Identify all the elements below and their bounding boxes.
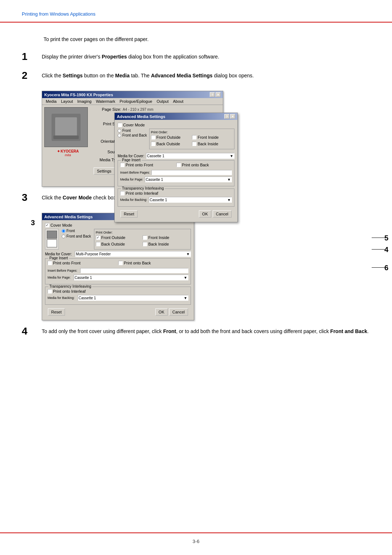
main-dialog-title: Kyocera Mita FS-1900 KX Properties: [44, 93, 113, 97]
dialog-tabs: Media Layout Imaging Watermark Prologue/…: [42, 98, 223, 105]
insert-before-input[interactable]: [151, 170, 232, 175]
front-only-radio[interactable]: [118, 129, 121, 133]
step3-dialog-footer: Reset OK Cancel: [45, 307, 191, 317]
tab-prologue[interactable]: Prologue/Epilogue: [118, 99, 155, 104]
media-backing-val: Cassette 1: [150, 198, 167, 202]
step3-front-back-radio[interactable]: [62, 235, 65, 238]
page-header: Printing from Windows Applications: [22, 11, 95, 17]
cover-back-page: [47, 231, 57, 239]
step3-back-inside-label: Back Inside: [148, 242, 169, 246]
print-front-row: Print onto Front: [120, 163, 176, 167]
step3-callout: 3: [31, 219, 35, 227]
tab-imaging[interactable]: Imaging: [75, 99, 94, 104]
step3-print-back-check[interactable]: [118, 261, 123, 265]
back-inside-check[interactable]: [192, 142, 196, 146]
step3-ok-cancel: OK Cancel: [155, 308, 188, 316]
media-cover-label: Media for Cover:: [118, 154, 144, 158]
side-number-5: 5: [384, 234, 388, 242]
adv-reset-button[interactable]: Reset: [121, 210, 138, 218]
step3-insert-before-row: Insert Before Pages:: [48, 268, 188, 273]
front-outside-row: Front Outside: [151, 135, 192, 139]
transparency-check-row: Print onto Interleaf: [120, 191, 232, 195]
step3-ok-button[interactable]: OK: [155, 308, 168, 316]
step3-cover-mode-label: Cover Mode: [50, 223, 72, 227]
insert-before-label: Insert Before Pages:: [120, 171, 150, 174]
step3-back-inside-check[interactable]: [143, 242, 147, 246]
step3-front-inside-check[interactable]: [143, 235, 147, 240]
front-inside-check[interactable]: [192, 135, 196, 139]
media-cover-select[interactable]: Cassette 1 ▼: [146, 153, 234, 159]
line-6: [372, 267, 385, 268]
cover-mode-checkbox[interactable]: [118, 123, 122, 127]
back-outside-check[interactable]: [151, 142, 155, 146]
step3-insert-before-input[interactable]: [80, 268, 188, 273]
step3-front-outside-label: Front Outside: [101, 235, 126, 240]
transparency-check[interactable]: [120, 191, 124, 195]
tab-about[interactable]: About: [171, 99, 185, 104]
step3-transparency-check[interactable]: [48, 289, 52, 293]
step3-front-radio[interactable]: [62, 229, 65, 233]
print-front-check[interactable]: [120, 163, 124, 167]
step3-insert-before-label: Insert Before Pages:: [48, 269, 77, 272]
print-front-label: Print onto Front: [126, 163, 153, 167]
tab-watermark[interactable]: Watermark: [94, 99, 117, 104]
step3-back-outside-check[interactable]: [96, 242, 100, 246]
print-back-label: Print onto Back: [182, 163, 209, 167]
step3-cover-mode-checkbox[interactable]: [45, 223, 49, 227]
step3-media-backing-arrow: ▼: [184, 296, 187, 300]
side-number-6: 6: [384, 264, 388, 272]
media-page-row: Media for Page: Cassette 1 ▼: [120, 177, 232, 182]
step3-reset-button[interactable]: Reset: [48, 308, 65, 316]
side-number-4: 4: [384, 246, 388, 254]
adv-cancel-button[interactable]: Cancel: [213, 210, 232, 218]
step-1-text: Display the printer driver's Properties …: [42, 53, 370, 61]
step3-media-page-select[interactable]: Cassette 1 ▼: [74, 275, 188, 280]
step3-media-cover-select[interactable]: Multi-Purpose Feeder ▼: [75, 251, 191, 257]
step3-media-page-val: Cassette 1: [75, 276, 92, 280]
settings-button[interactable]: Settings: [94, 167, 115, 175]
media-page-select[interactable]: Cassette 1 ▼: [145, 177, 232, 182]
media-page-val: Cassette 1: [146, 178, 163, 182]
step-2-number: 2: [22, 70, 42, 81]
front-only-option: Front: [118, 129, 147, 133]
step3-front-outside-check[interactable]: [96, 235, 100, 240]
print-back-row: Print onto Back: [176, 163, 232, 167]
media-page-label: Media for Page:: [120, 178, 143, 181]
step3-body: Cover Mode Front: [42, 220, 194, 320]
step3-media-cover-arrow: ▼: [186, 252, 190, 256]
step3-cancel-button[interactable]: Cancel: [169, 308, 188, 316]
step3-print-interleaf: Print onto Interleaf: [53, 289, 86, 293]
step3-back-inside-row: Back Inside: [143, 242, 189, 246]
step3-print-back-row: Print onto Back: [118, 261, 188, 265]
step3-print-back-label: Print onto Back: [124, 261, 151, 265]
tab-output[interactable]: Output: [154, 99, 171, 104]
cover-mode-label: Cover Mode: [123, 123, 145, 127]
adv-close-button[interactable]: ✕: [230, 114, 235, 119]
step-1: 1 Display the printer driver's Propertie…: [22, 53, 370, 62]
tab-media[interactable]: Media: [44, 99, 59, 104]
front-outside-check[interactable]: [151, 135, 155, 139]
adv-ok-button[interactable]: OK: [199, 210, 211, 218]
step3-media-cover-val: Multi-Purpose Feeder: [76, 252, 111, 256]
step3-print-front-check[interactable]: [48, 261, 52, 265]
media-cover-val: Cassette 1: [147, 154, 164, 158]
intro-text: To print the cover pages on the differen…: [44, 36, 370, 42]
adv-dialog-title: Advanced Media Settings: [117, 114, 165, 119]
front-back-radio[interactable]: [118, 134, 121, 137]
front-back-option: Front and Back: [118, 133, 147, 137]
help-button[interactable]: ?: [210, 92, 215, 97]
adv-help-button[interactable]: ?: [224, 114, 229, 119]
tab-layout[interactable]: Layout: [59, 99, 75, 104]
close-button[interactable]: ✕: [216, 92, 221, 97]
print-back-check[interactable]: [176, 163, 181, 167]
step3-dialog-title: Advanced Media Settings: [44, 215, 93, 219]
step3-media-backing-label: Media for Backing:: [48, 296, 75, 300]
step3-media-backing-select[interactable]: Cassette 1 ▼: [78, 295, 188, 301]
print-order-title: Print Order:: [151, 130, 233, 134]
step-1-number: 1: [22, 52, 42, 62]
header-link[interactable]: Printing from Windows Applications: [22, 11, 95, 17]
adv-dialog-titlebar: Advanced Media Settings ? ✕: [115, 113, 237, 120]
media-backing-select[interactable]: Cassette 1 ▼: [149, 197, 232, 203]
step3-front-option: Front: [62, 229, 91, 233]
page-insert-section: Page Insert Print onto Front Print onto …: [118, 160, 234, 186]
